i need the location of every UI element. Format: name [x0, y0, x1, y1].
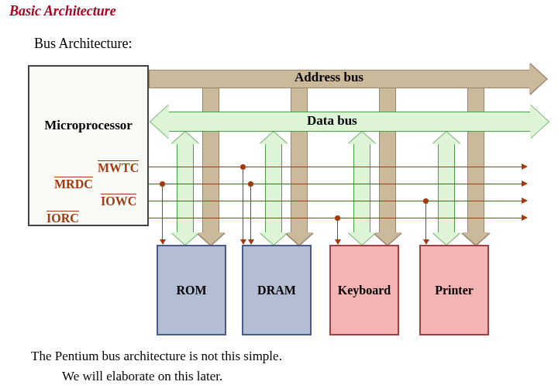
addr-drop-keyboard [379, 88, 396, 232]
signal-mwtc: MWTC [98, 160, 139, 175]
addr-drop-dram [291, 88, 308, 232]
drop-kbd-iorc [337, 218, 338, 239]
data-bus-label: Data bus [307, 113, 357, 129]
footer-line-1: The Pentium bus architecture is not this… [31, 349, 282, 364]
signal-iowc: IOWC [101, 194, 136, 208]
ctrl-line-mwtc [149, 167, 522, 167]
signal-iorc: IORC [46, 211, 79, 225]
footer-line-2: We will elaborate on this later. [62, 369, 222, 384]
device-rom: ROM [157, 245, 226, 335]
drop-prn-iowc [425, 201, 426, 239]
drop-rom-mrdc [162, 184, 163, 239]
device-keyboard: Keyboard [329, 245, 399, 335]
data-drop-rom [177, 144, 194, 232]
device-printer: Printer [419, 245, 489, 335]
signal-mrdc: MRDC [54, 177, 93, 191]
addr-drop-rom [202, 88, 219, 232]
subtitle: Bus Architecture: [34, 36, 132, 52]
microprocessor-label: Microprocessor [34, 118, 143, 133]
device-dram: DRAM [242, 245, 312, 335]
data-drop-keyboard [353, 144, 370, 232]
drop-dram-mrdc [250, 184, 251, 239]
ctrl-line-mrdc [149, 184, 522, 184]
addr-drop-printer [467, 88, 484, 232]
data-drop-dram [265, 144, 282, 232]
drop-dram-mwtc [243, 167, 243, 239]
address-bus-label: Address bus [294, 70, 363, 85]
ctrl-line-iowc [149, 201, 522, 201]
page-title: Basic Architecture [9, 3, 116, 19]
data-drop-printer [438, 144, 455, 232]
